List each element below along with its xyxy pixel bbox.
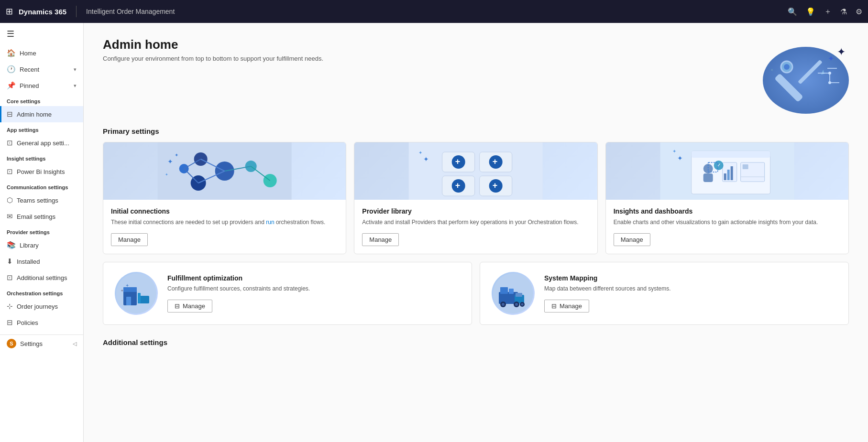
topbar-divider [76,6,77,17]
initial-connections-manage-btn[interactable]: Manage [111,233,148,246]
card-initial-connections-body: Initial connections These initial connec… [103,200,346,254]
insights-dashboards-manage-btn[interactable]: Manage [614,233,650,246]
card-provider-library-body: Provider library Activate and install Pr… [354,200,597,254]
header-illustration: ✦ ✦ ✦ [734,37,849,114]
insights-dashboards-desc: Enable charts and other visualizations t… [614,218,841,226]
page-header-text: Admin home Configure your environment fr… [103,37,323,62]
svg-text:✦: ✦ [828,54,834,63]
general-app-label: General app setti... [17,140,69,147]
sidebar-item-library[interactable]: 📚 Library [0,237,83,253]
sidebar-item-power-bi[interactable]: ⊡ Power Bi Insights [0,163,83,180]
hamburger-button[interactable]: ☰ [0,23,83,45]
filter-icon[interactable]: ⚗ [840,7,847,16]
admin-home-icon: ⊟ [7,110,13,119]
topbar-actions: 🔍 💡 ＋ ⚗ ⚙ [788,7,862,17]
additional-settings-title: Additional settings [103,338,849,346]
fulfillment-manage-label: Manage [183,302,205,310]
svg-rect-58 [742,164,748,169]
search-icon[interactable]: 🔍 [788,7,797,16]
manage-icon: ⊟ [175,302,180,310]
sidebar-item-recent[interactable]: 🕐 Recent ▾ [0,61,83,77]
sidebar-item-settings[interactable]: S Settings ◁ [0,334,83,352]
svg-text:✦: ✦ [165,172,168,177]
card-system-mapping: System Mapping Map data between differen… [480,262,849,325]
page-header: Admin home Configure your environment fr… [103,37,849,114]
sidebar-item-policies[interactable]: ⊟ Policies [0,314,83,331]
fulfillment-desc: Configure fulfillment sources, constrain… [167,284,460,293]
svg-text:✦: ✦ [677,154,682,162]
svg-point-76 [502,303,505,306]
svg-text:✦: ✦ [770,67,774,73]
provider-library-title: Provider library [362,207,589,215]
chevron-down-icon: ▾ [74,66,77,73]
svg-rect-50 [691,151,770,158]
initial-connections-title: Initial connections [111,207,338,215]
topbar: ⊞ Dynamics 365 Intelligent Order Managem… [0,0,868,23]
sidebar-item-installed[interactable]: ⬇ Installed [0,253,83,270]
run-link[interactable]: run [266,219,274,226]
svg-rect-31 [409,142,543,200]
svg-text:✦: ✦ [418,150,422,155]
sidebar-item-additional-settings[interactable]: ⊡ Additional settings [0,270,83,286]
sidebar-item-order-journeys[interactable]: ⊹ Order journeys [0,298,83,314]
teams-label: Teams settings [17,197,58,204]
card-provider-library-img: ✦ ✦ + + + [354,142,597,200]
system-mapping-manage-btn[interactable]: ⊟ Manage [544,300,589,313]
library-icon: 📚 [7,241,16,249]
email-icon: ✉ [7,212,13,221]
network-svg: ✦ ✦ ✦ [103,142,346,200]
svg-rect-82 [509,289,514,294]
settings-icon[interactable]: ⚙ [856,7,862,16]
settings-badge: S [7,339,16,348]
power-bi-label: Power Bi Insights [17,168,65,175]
plus-icon[interactable]: ＋ [824,7,832,17]
manage-icon-2: ⊟ [551,302,557,310]
svg-text:+: + [455,157,461,166]
sidebar-item-pinned[interactable]: 📌 Pinned ▾ [0,77,83,94]
email-label: Email settings [17,213,55,220]
app-logo: Dynamics 365 [19,8,66,16]
lightbulb-icon[interactable]: 💡 [806,7,815,16]
pinned-label: Pinned [20,82,39,89]
svg-point-3 [784,64,790,70]
svg-rect-74 [516,293,522,297]
grid-icon[interactable]: ⊞ [6,6,13,17]
svg-point-80 [521,303,524,306]
main-layout: ☰ 🏠 Home 🕐 Recent ▾ 📌 Pinned ▾ Core sett… [0,23,868,442]
system-mapping-illustration [492,272,535,315]
orchestration-settings-section: Orchestration settings [0,286,83,298]
fulfillment-illustration: ✦ ✦ [115,272,158,315]
installed-icon: ⬇ [7,257,13,266]
primary-settings-title: Primary settings [103,127,849,135]
core-settings-section: Core settings [0,94,83,106]
sidebar-item-home[interactable]: 🏠 Home [0,45,83,61]
chevron-down-icon: ▾ [74,83,77,89]
system-mapping-desc: Map data between different sources and s… [544,284,837,293]
app-settings-section: App settings [0,122,83,135]
sidebar-item-teams[interactable]: ⬡ Teams settings [0,192,83,208]
sidebar-item-email[interactable]: ✉ Email settings [0,208,83,225]
system-mapping-title: System Mapping [544,274,837,282]
svg-text:✦: ✦ [175,152,178,158]
insights-svg: ✦ ✦ [606,142,848,200]
policies-icon: ⊟ [7,318,13,327]
additional-settings-label: Additional settings [17,274,67,281]
sidebar-item-admin-home[interactable]: ⊟ Admin home [0,106,83,122]
svg-rect-55 [727,170,729,180]
svg-text:+: + [493,181,498,190]
sidebar-item-general-app[interactable]: ⊡ General app setti... [0,135,83,151]
communication-settings-section: Communication settings [0,180,83,192]
installed-label: Installed [17,258,40,265]
svg-point-78 [515,303,518,306]
home-label: Home [20,50,36,57]
svg-rect-54 [724,173,726,180]
fulfillment-manage-btn[interactable]: ⊟ Manage [167,300,212,313]
svg-text:✦: ✦ [121,289,124,293]
home-icon: 🏠 [7,49,16,57]
card-initial-connections: ✦ ✦ ✦ [103,142,346,254]
recent-label: Recent [20,66,39,73]
svg-rect-56 [730,166,733,180]
provider-library-manage-btn[interactable]: Manage [362,233,399,246]
primary-cards-grid: ✦ ✦ ✦ [103,142,849,254]
card-insights-dashboards-img: ✦ ✦ [606,142,848,200]
